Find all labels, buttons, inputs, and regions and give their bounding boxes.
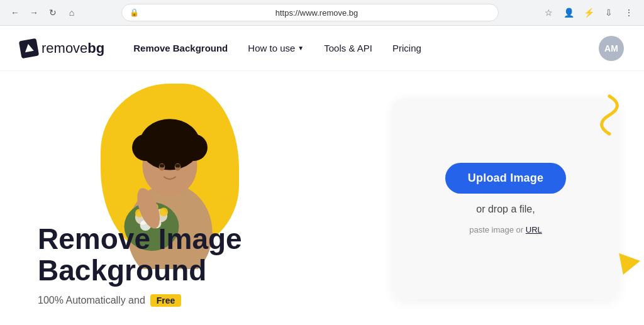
browser-actions: ☆ 👤 ⚡ ⇩ ⋮ <box>541 5 636 20</box>
upload-card: Upload Image or drop a file, paste image… <box>392 98 619 299</box>
download-button[interactable]: ⇩ <box>601 5 616 20</box>
chevron-down-icon: ▼ <box>297 45 304 52</box>
avatar[interactable]: AM <box>599 36 624 61</box>
hero-title: Remove Image Background <box>38 223 342 287</box>
free-badge: Free <box>150 294 182 307</box>
url-link[interactable]: URL <box>526 225 542 234</box>
squiggle-decoration <box>587 90 631 140</box>
back-button[interactable]: ← <box>8 5 23 20</box>
hero-text: Remove Image Background 100% Automatical… <box>38 223 342 307</box>
nav-pricing[interactable]: Pricing <box>384 38 430 58</box>
menu-button[interactable]: ⋮ <box>621 5 636 20</box>
left-side: Remove Image Background 100% Automatical… <box>0 71 367 325</box>
security-icon: 🔒 <box>130 8 139 17</box>
paste-text: paste image or URL <box>469 225 542 234</box>
nav-tools-api[interactable]: Tools & API <box>315 38 381 58</box>
nav-remove-background[interactable]: Remove Background <box>125 38 236 58</box>
profile-button[interactable]: 👤 <box>561 5 576 20</box>
svg-point-22 <box>175 164 180 168</box>
forward-button[interactable]: → <box>26 5 42 20</box>
nav-how-to-use[interactable]: How to use ▼ <box>239 38 313 58</box>
navbar: removebg Remove Background How to use ▼ … <box>0 26 644 71</box>
url-text: https://www.remove.bg <box>143 8 491 18</box>
svg-point-10 <box>160 207 169 216</box>
svg-marker-0 <box>24 43 34 52</box>
logo-text: removebg <box>42 40 104 57</box>
logo[interactable]: removebg <box>20 40 104 57</box>
main-content: Remove Image Background 100% Automatical… <box>0 71 644 325</box>
upload-image-button[interactable]: Upload Image <box>445 163 566 194</box>
hero-subtitle: 100% Automatically and Free <box>38 294 342 307</box>
browser-chrome: ← → ↻ ⌂ 🔒 https://www.remove.bg ☆ 👤 ⚡ ⇩ … <box>0 0 644 26</box>
svg-point-18 <box>158 120 182 145</box>
browser-controls: ← → ↻ ⌂ <box>8 5 79 20</box>
refresh-button[interactable]: ↻ <box>45 5 60 20</box>
home-button[interactable]: ⌂ <box>64 5 79 20</box>
bookmark-button[interactable]: ☆ <box>541 5 556 20</box>
drop-text: or drop a file, <box>476 204 535 215</box>
address-bar[interactable]: 🔒 https://www.remove.bg <box>121 4 499 21</box>
right-side: Upload Image or drop a file, paste image… <box>367 71 644 325</box>
browser-toolbar: ← → ↻ ⌂ 🔒 https://www.remove.bg ☆ 👤 ⚡ ⇩ … <box>0 0 644 25</box>
nav-links: Remove Background How to use ▼ Tools & A… <box>125 38 599 58</box>
logo-icon <box>19 38 39 58</box>
extensions-button[interactable]: ⚡ <box>581 5 596 20</box>
svg-point-21 <box>160 164 165 168</box>
